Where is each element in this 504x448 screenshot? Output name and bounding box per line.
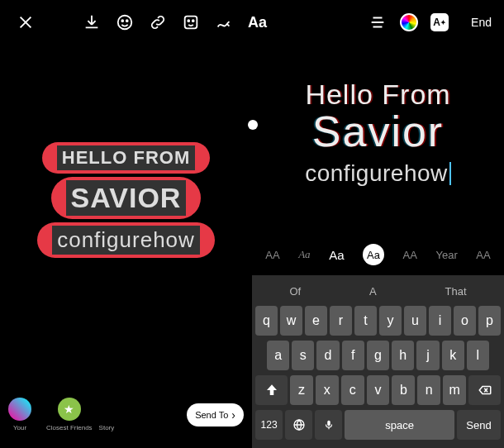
svg-point-0 — [118, 16, 132, 30]
key-v[interactable]: v — [367, 375, 390, 405]
close-friends-button[interactable]: ★ Closest Friends — [46, 398, 93, 431]
font-option-3[interactable]: Aa — [329, 248, 344, 262]
key-n[interactable]: n — [417, 375, 440, 405]
svg-point-2 — [126, 20, 128, 21]
svg-point-5 — [193, 20, 194, 21]
keyboard-row-3: z x c v b n m — [255, 375, 501, 405]
svg-point-1 — [121, 20, 123, 21]
keyboard: Of A That q w e r t y u i o p a s d f g … — [252, 275, 504, 448]
left-toolbar: Aa — [0, 12, 252, 32]
font-selector: AA Aa Aa Aa AA Year AA — [252, 244, 504, 265]
your-story-button[interactable]: Your — [8, 398, 31, 431]
editor-line-3: configurehow — [305, 160, 451, 187]
send-to-button[interactable]: Send To › — [187, 403, 244, 427]
svg-point-4 — [188, 20, 189, 21]
font-option-selected[interactable]: Aa — [363, 244, 384, 265]
key-c[interactable]: c — [341, 375, 364, 405]
key-g[interactable]: g — [367, 341, 389, 370]
key-j[interactable]: j — [416, 341, 439, 370]
key-z[interactable]: z — [290, 375, 313, 405]
text-line-2[interactable]: SAVIOR — [51, 177, 202, 219]
link-icon[interactable] — [149, 12, 167, 32]
font-option-6[interactable]: AA — [476, 249, 490, 261]
font-option-1[interactable]: AA — [265, 249, 279, 261]
key-h[interactable]: h — [392, 341, 414, 370]
text-line-1[interactable]: HELLO FROM — [42, 142, 210, 174]
key-i[interactable]: i — [429, 306, 451, 336]
key-y[interactable]: y — [379, 306, 402, 336]
avatar — [8, 398, 31, 421]
editor-line-2: Savior — [312, 107, 444, 156]
key-b[interactable]: b — [392, 375, 415, 405]
chevron-right-icon: › — [231, 408, 235, 422]
key-space[interactable]: space — [345, 410, 454, 440]
key-globe[interactable] — [285, 410, 312, 440]
text-edit-panel: A✦ End Hello From Savior configurehow AA… — [252, 0, 504, 448]
star-icon: ★ — [58, 398, 81, 421]
download-icon[interactable] — [83, 12, 101, 32]
story-edit-panel: Aa HELLO FROM SAVIOR configurehow Your ★… — [0, 0, 252, 448]
key-w[interactable]: w — [280, 306, 302, 336]
edge-handle[interactable] — [248, 120, 258, 130]
key-numbers[interactable]: 123 — [255, 410, 283, 440]
bottom-bar: Your ★ Closest Friends Story Send To › — [8, 398, 244, 431]
key-s[interactable]: s — [292, 341, 314, 370]
key-e[interactable]: e — [305, 306, 327, 336]
key-f[interactable]: f — [342, 341, 364, 370]
keyboard-row-2: a s d f g h j k l — [255, 341, 501, 370]
key-d[interactable]: d — [316, 341, 339, 370]
keyboard-row-4: 123 space Send — [255, 410, 501, 440]
text-line-3[interactable]: configurehow — [37, 222, 215, 258]
suggestion-bar: Of A That — [255, 280, 501, 306]
font-option-2[interactable]: Aa — [298, 248, 310, 261]
done-button[interactable]: End — [471, 16, 492, 29]
close-icon[interactable] — [17, 12, 35, 32]
key-r[interactable]: r — [330, 306, 352, 336]
suggestion-3[interactable]: That — [445, 285, 467, 298]
key-q[interactable]: q — [255, 306, 278, 336]
key-x[interactable]: x — [316, 375, 339, 405]
key-p[interactable]: p — [478, 306, 501, 336]
key-backspace[interactable] — [468, 375, 501, 405]
text-editor-canvas[interactable]: Hello From Savior configurehow — [252, 79, 504, 187]
key-shift[interactable] — [255, 375, 288, 405]
key-m[interactable]: m — [443, 375, 466, 405]
key-send[interactable]: Send — [457, 410, 501, 440]
right-toolbar: A✦ End — [252, 12, 504, 32]
keyboard-row-1: q w e r t y u i o p — [255, 306, 501, 336]
key-a[interactable]: a — [267, 341, 289, 370]
color-picker-icon[interactable] — [400, 13, 418, 31]
svg-rect-3 — [185, 17, 197, 29]
font-option-4[interactable]: AA — [403, 249, 417, 261]
story-canvas[interactable]: HELLO FROM SAVIOR configurehow — [0, 141, 252, 260]
suggestion-1[interactable]: Of — [289, 285, 301, 298]
key-l[interactable]: l — [467, 341, 489, 370]
key-o[interactable]: o — [454, 306, 476, 336]
emoji-icon[interactable] — [116, 12, 134, 32]
key-t[interactable]: t — [354, 306, 377, 336]
key-k[interactable]: k — [442, 341, 464, 370]
suggestion-2[interactable]: A — [369, 285, 377, 298]
align-icon[interactable] — [368, 12, 388, 32]
sticker-icon[interactable] — [182, 12, 200, 32]
draw-icon[interactable] — [215, 12, 233, 32]
text-cursor — [449, 162, 451, 185]
text-effect-button[interactable]: A✦ — [430, 13, 449, 31]
story-label: Story — [99, 398, 115, 431]
font-option-5[interactable]: Year — [436, 249, 458, 261]
svg-rect-7 — [327, 421, 330, 426]
key-u[interactable]: u — [404, 306, 426, 336]
key-mic[interactable] — [315, 410, 342, 440]
